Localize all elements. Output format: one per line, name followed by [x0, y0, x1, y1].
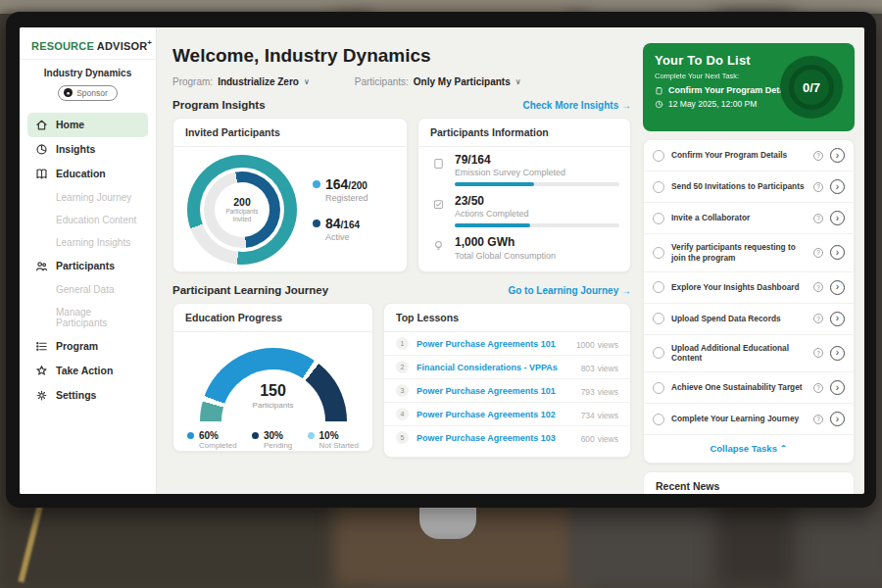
checklist-icon [432, 198, 445, 211]
lesson-link[interactable]: Power Purchase Agreements 101 [416, 339, 568, 349]
task-checkbox[interactable] [653, 313, 664, 324]
sidebar-item-settings[interactable]: Settings [27, 383, 148, 408]
task-checkbox[interactable] [653, 281, 664, 293]
task-checkbox[interactable] [653, 414, 664, 425]
sidebar-item-education[interactable]: Education [27, 162, 148, 186]
sidebar-item-education-content[interactable]: Education Content [27, 209, 148, 231]
lesson-link[interactable]: Financial Considerations - VPPAs [416, 363, 573, 372]
sidebar-item-learning-journey[interactable]: Learning Journey [27, 186, 148, 209]
logo-resource: RESOURCE [31, 40, 94, 52]
task-row-achieve-target[interactable]: Achieve One Sustainability Target ? › [644, 372, 854, 404]
task-row-upload-spend-data[interactable]: Upload Spend Data Records ? › [644, 304, 854, 335]
chevron-down-icon: ∨ [515, 77, 521, 86]
task-checkbox[interactable] [653, 213, 664, 224]
chevron-right-icon[interactable]: › [830, 380, 845, 395]
section-title-learning-journey: Participant Learning Journey [172, 284, 328, 296]
lesson-rank: 4 [396, 408, 409, 420]
task-row-upload-educational-content[interactable]: Upload Additional Educational Content ? … [644, 335, 854, 373]
clipboard-icon [432, 157, 445, 170]
sponsor-badge-wrap: ● Sponsor [20, 80, 156, 109]
task-checkbox[interactable] [653, 181, 664, 193]
lesson-rank: 3 [396, 384, 409, 397]
sidebar-item-label: Home [56, 119, 84, 130]
help-icon[interactable]: ? [813, 415, 823, 424]
task-checkbox[interactable] [653, 382, 664, 394]
task-checkbox[interactable] [653, 150, 664, 162]
sidebar-item-manage-participants[interactable]: Manage Participants [27, 301, 148, 334]
sponsor-badge: ● Sponsor [58, 85, 118, 101]
sidebar-item-general-data[interactable]: General Data [27, 278, 148, 301]
participants-select-label: Participants: [355, 76, 409, 87]
actions-progress-track [455, 223, 619, 227]
check-more-insights-link[interactable]: Check More Insights → [522, 100, 631, 111]
program-select[interactable]: Program: Industrialize Zero ∨ [172, 76, 310, 87]
task-row-explore-insights[interactable]: Explore Your Insights Dashboard ? › [644, 272, 854, 304]
sidebar-item-insights[interactable]: Insights [27, 137, 148, 162]
gauge: 150 Participants [200, 348, 347, 422]
help-icon[interactable]: ? [813, 282, 823, 292]
chevron-right-icon[interactable]: › [830, 346, 845, 361]
main-content: Welcome, Industry Dynamics Program: Indu… [157, 27, 641, 494]
task-row-invite-collaborator[interactable]: Invite a Collaborator ? › [644, 203, 854, 234]
sidebar-item-take-action[interactable]: Take Action [27, 359, 148, 383]
sidebar-item-home[interactable]: Home [27, 113, 148, 137]
participants-information-card: Participants Information 79/164 Emission… [417, 118, 631, 272]
sidebar-item-participants[interactable]: Participants [27, 254, 148, 278]
lesson-link[interactable]: Power Purchase Agreements 101 [416, 386, 573, 396]
lightbulb-icon [432, 239, 445, 252]
logo-advisor: ADVISOR [97, 40, 148, 52]
task-row-complete-learning-journey[interactable]: Complete Your Learning Journey ? › [644, 404, 854, 435]
clock-icon [655, 100, 663, 109]
go-to-learning-journey-link[interactable]: Go to Learning Journey → [508, 285, 631, 296]
learning-journey-section-header: Participant Learning Journey Go to Learn… [172, 284, 631, 296]
collapse-tasks-link[interactable]: Collapse Tasks ⌃ [644, 435, 854, 463]
app-logo: RESOURCE ADVISOR+ [20, 27, 156, 60]
stat-consumption: 1,000 GWh Total Global Consumption [432, 236, 616, 260]
help-icon[interactable]: ? [813, 314, 823, 323]
tasks-card: Confirm Your Program Details ? › Send 50… [643, 139, 855, 464]
program-select-label: Program: [172, 76, 213, 87]
sidebar-item-label: Settings [56, 389, 96, 401]
monitor-bezel: RESOURCE ADVISOR+ Industry Dynamics ● Sp… [6, 12, 876, 508]
sidebar-item-learning-insights[interactable]: Learning Insights [27, 231, 148, 254]
invited-legend: 164/200 Registered 84/164 Active [313, 177, 368, 242]
sidebar-item-label: Insights [56, 143, 95, 155]
lesson-rank: 5 [396, 431, 409, 444]
org-name: Industry Dynamics [20, 60, 156, 80]
task-row-confirm-program[interactable]: Confirm Your Program Details ? › [644, 140, 854, 172]
chevron-right-icon[interactable]: › [830, 312, 845, 326]
chevron-right-icon[interactable]: › [830, 148, 845, 163]
task-row-send-invitations[interactable]: Send 50 Invitations to Participants ? › [644, 172, 854, 203]
help-icon[interactable]: ? [813, 383, 823, 393]
participants-icon [35, 260, 48, 272]
page-title: Welcome, Industry Dynamics [172, 45, 631, 67]
chevron-right-icon[interactable]: › [830, 179, 845, 194]
chevron-right-icon[interactable]: › [830, 412, 845, 426]
help-icon[interactable]: ? [813, 182, 823, 192]
sidebar-item-label: Participants [56, 260, 115, 271]
task-row-verify-participants[interactable]: Verify participants requesting to join t… [644, 234, 854, 272]
donut-center: 200 Participants Invited [215, 182, 270, 237]
lesson-link[interactable]: Power Purchase Agreements 103 [416, 433, 573, 443]
help-icon[interactable]: ? [813, 151, 823, 161]
screen: RESOURCE ADVISOR+ Industry Dynamics ● Sp… [20, 27, 864, 494]
chevron-right-icon[interactable]: › [830, 280, 845, 295]
lesson-link[interactable]: Power Purchase Agreements 102 [416, 410, 573, 419]
chevron-right-icon[interactable]: › [830, 211, 845, 225]
participants-select[interactable]: Participants: Only My Participants ∨ [355, 76, 521, 87]
help-icon[interactable]: ? [813, 248, 823, 258]
sidebar-item-program[interactable]: Program [27, 334, 148, 359]
lesson-row: 5 Power Purchase Agreements 103 600 view… [384, 426, 630, 449]
lesson-row: 2 Financial Considerations - VPPAs 803 v… [384, 356, 630, 379]
emission-progress-track [455, 182, 619, 186]
help-icon[interactable]: ? [813, 348, 823, 358]
task-checkbox[interactable] [653, 247, 664, 259]
task-checkbox[interactable] [653, 347, 664, 359]
chevron-right-icon[interactable]: › [830, 245, 845, 260]
completed-dot-icon [187, 432, 194, 439]
education-progress-body: 150 Participants 60% Completed 30% [173, 332, 372, 450]
education-legend: 60% Completed 30% Pending 10% Not Starte… [183, 422, 363, 450]
help-icon[interactable]: ? [813, 214, 823, 223]
sponsor-badge-label: Sponsor [76, 88, 108, 98]
participants-information-title: Participants Information [418, 119, 630, 147]
